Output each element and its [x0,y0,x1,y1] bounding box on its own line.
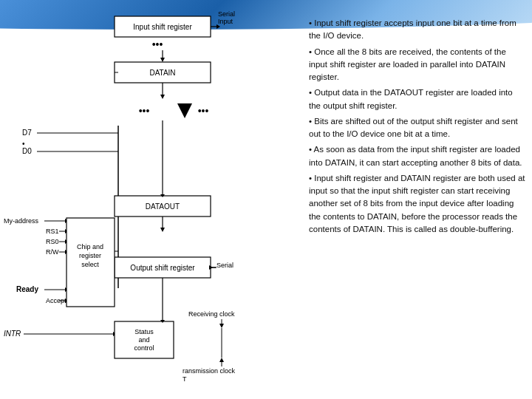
serial-input-label2: Input [218,18,233,25]
bullet5: • As soon as data from the input shift r… [309,143,526,169]
svg-marker-46 [219,324,224,328]
intr-label: INTR [4,330,21,338]
svg-text:and: and [138,336,149,344]
svg-text:register: register [79,252,101,259]
svg-text:select: select [81,261,99,268]
svg-marker-10 [177,103,192,118]
dataout-label: DATAOUT [146,202,180,211]
bullet3: • Output data in the DATAOUT register ar… [309,86,526,112]
rs1-label: RS1 [46,228,59,235]
input-shift-register-label: Input shift register [133,23,192,31]
transmission-clock-label: ransmission clock [183,367,236,375]
bullet6: • Input shift register and DATAIN regist… [309,172,526,236]
svg-text:•••: ••• [139,105,150,117]
rs0-label: RS0 [46,238,59,245]
rw-label: R/W [46,248,59,256]
datain-label: DATAIN [149,69,175,77]
bullet1: • Input shift register accepts input one… [309,17,526,43]
svg-text:•••: ••• [152,38,163,50]
bullet2: • Once all the 8 bits are received, the … [309,46,526,84]
svg-text:D0: D0 [22,147,32,155]
my-address-label: My-address [4,217,39,225]
status-control-label: Status [134,328,154,335]
chip-register-select-label: Chip and [77,243,103,250]
svg-marker-5 [160,58,165,62]
text-panel: • Input shift register accepts input one… [303,13,532,398]
svg-marker-49 [219,358,224,362]
svg-marker-8 [160,95,165,99]
ready-label: Ready [16,285,38,293]
svg-marker-20 [160,228,165,232]
svg-text:T: T [183,375,187,383]
output-shift-register-label: Output shift register [130,264,195,272]
svg-text:control: control [134,344,154,352]
svg-text:•••: ••• [198,105,209,117]
serial-output-label: Serial [216,262,233,269]
serial-input-label: Serial [218,10,235,18]
bullet4: • Bits are shifted out of the output shi… [309,115,526,141]
d7-label: D7 [22,129,32,137]
receiving-clock-label: Receiving clock [188,310,235,318]
diagram-svg: Input shift register Serial Input ••• DA… [0,0,310,399]
